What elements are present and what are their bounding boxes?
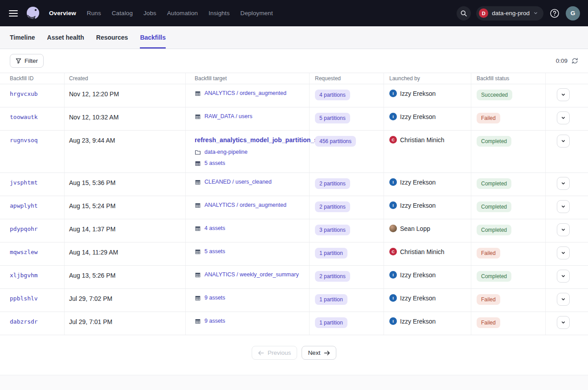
previous-page-button[interactable]: Previous bbox=[252, 346, 298, 360]
launched-by-name: Izzy Erekson bbox=[400, 271, 436, 279]
backfill-id-link[interactable]: pdypqohr bbox=[10, 226, 38, 232]
status-badge: Completed bbox=[477, 178, 511, 189]
refresh-icon[interactable] bbox=[572, 57, 578, 64]
backfill-id-link[interactable]: dabzrsdr bbox=[10, 318, 38, 325]
backfill-target-cell: ANALYTICS / orders_augmented bbox=[186, 196, 310, 219]
column-header-backfill-id: Backfill ID bbox=[0, 73, 65, 84]
partitions-badge: 1 partition bbox=[315, 317, 347, 328]
backfill-id-link[interactable]: apwplyht bbox=[10, 202, 38, 209]
backfill-id-link[interactable]: xljbgvhm bbox=[10, 272, 38, 279]
nav-item-catalog[interactable]: Catalog bbox=[112, 10, 133, 16]
backfill-target-cell: CLEANED / users_cleaned bbox=[186, 173, 310, 196]
target-sub-item: 5 assets bbox=[195, 160, 305, 167]
created-value: Aug 13, 5:26 PM bbox=[69, 272, 115, 279]
backfill-id-link[interactable]: ppblshlv bbox=[10, 295, 38, 302]
nav-item-automation[interactable]: Automation bbox=[167, 10, 198, 16]
launched-by-cell: IIzzy Erekson bbox=[384, 312, 471, 335]
asset-link[interactable]: 9 assets bbox=[204, 294, 225, 302]
requested-cell: 2 partitions bbox=[310, 196, 384, 219]
row-actions-cell bbox=[546, 219, 588, 242]
search-button[interactable] bbox=[457, 6, 471, 21]
created-cell: Nov 12, 12:20 PM bbox=[65, 84, 186, 107]
launched-by-cell: IIzzy Erekson bbox=[384, 107, 471, 130]
table-grid-icon bbox=[195, 179, 201, 185]
nav-item-insights[interactable]: Insights bbox=[208, 10, 229, 16]
backfill-id-link[interactable]: toowautk bbox=[10, 114, 38, 120]
backfill-id-link[interactable]: jvsphtmt bbox=[10, 179, 38, 186]
backfill-id-link[interactable]: mqwszlew bbox=[10, 249, 38, 255]
refresh-countdown: 0:09 bbox=[556, 57, 568, 64]
partitions-badge: 1 partition bbox=[315, 294, 347, 305]
asset-link[interactable]: 5 assets bbox=[204, 248, 225, 255]
table-row: pdypqohrAug 14, 1:37 PM4 assets3 partiti… bbox=[0, 219, 588, 242]
asset-target: 9 assets bbox=[195, 294, 305, 302]
nav-item-overview[interactable]: Overview bbox=[49, 10, 76, 16]
created-value: Jul 29, 7:01 PM bbox=[69, 318, 112, 325]
asset-link[interactable]: 4 assets bbox=[204, 225, 225, 232]
user-avatar: C bbox=[389, 136, 397, 144]
backfills-toolbar: Filter 0:09 bbox=[0, 49, 588, 73]
job-link[interactable]: refresh_analytics_model_job_partition_se… bbox=[195, 136, 323, 144]
help-button[interactable] bbox=[549, 8, 560, 19]
launched-by: IIzzy Erekson bbox=[389, 201, 466, 209]
table-grid-icon bbox=[195, 272, 201, 278]
deployment-switcher[interactable]: D data-eng-prod bbox=[476, 6, 543, 21]
dagster-logo-icon[interactable] bbox=[25, 5, 41, 21]
nav-item-deployment[interactable]: Deployment bbox=[241, 10, 273, 16]
backfill-id-link[interactable]: hrgvcxub bbox=[10, 90, 38, 97]
hamburger-menu-button[interactable] bbox=[8, 8, 19, 19]
target-sub-link[interactable]: data-eng-pipeline bbox=[204, 148, 248, 156]
row-actions-button[interactable] bbox=[557, 135, 570, 148]
target-sub-link[interactable]: 5 assets bbox=[204, 160, 225, 167]
column-header-actions bbox=[546, 73, 588, 84]
row-actions-cell bbox=[546, 312, 588, 335]
created-cell: Aug 14, 1:37 PM bbox=[65, 219, 186, 242]
created-cell: Jul 29, 7:02 PM bbox=[65, 289, 186, 312]
tab-backfills[interactable]: Backfills bbox=[140, 26, 166, 49]
row-actions-button[interactable] bbox=[557, 223, 570, 236]
row-actions-button[interactable] bbox=[557, 88, 570, 101]
asset-target: CLEANED / users_cleaned bbox=[195, 178, 305, 186]
backfill-target-cell: ANALYTICS / orders_augmented bbox=[186, 84, 310, 107]
row-actions-cell bbox=[546, 173, 588, 196]
user-avatar[interactable]: G bbox=[566, 6, 580, 21]
row-actions-button[interactable] bbox=[557, 293, 570, 306]
row-actions-button[interactable] bbox=[557, 111, 570, 124]
chevron-down-icon bbox=[561, 139, 566, 144]
asset-link[interactable]: ANALYTICS / orders_augmented bbox=[204, 90, 286, 97]
asset-link[interactable]: CLEANED / users_cleaned bbox=[204, 178, 272, 186]
row-actions-button[interactable] bbox=[557, 270, 570, 283]
table-row: apwplyhtAug 15, 5:24 PMANALYTICS / order… bbox=[0, 196, 588, 219]
nav-item-runs[interactable]: Runs bbox=[87, 10, 101, 16]
asset-link[interactable]: ANALYTICS / orders_augmented bbox=[204, 201, 286, 209]
row-actions-button[interactable] bbox=[557, 246, 570, 259]
row-actions-button[interactable] bbox=[557, 177, 570, 190]
asset-link[interactable]: 9 assets bbox=[204, 317, 225, 325]
backfill-id-link[interactable]: rugnvsoq bbox=[10, 137, 38, 144]
backfill-id-cell: apwplyht bbox=[0, 196, 65, 219]
tab-timeline[interactable]: Timeline bbox=[10, 26, 35, 49]
row-actions-button[interactable] bbox=[557, 316, 570, 329]
chevron-down-icon bbox=[561, 92, 566, 97]
launched-by: CChristian Minich bbox=[389, 248, 466, 255]
filter-button[interactable]: Filter bbox=[10, 54, 44, 68]
table-grid-icon bbox=[195, 249, 201, 255]
nav-item-jobs[interactable]: Jobs bbox=[143, 10, 156, 16]
backfill-status-cell: Failed bbox=[471, 107, 546, 130]
status-badge: Failed bbox=[477, 317, 500, 328]
user-avatar: I bbox=[389, 271, 397, 279]
backfill-id-cell: toowautk bbox=[0, 107, 65, 130]
asset-target: RAW_DATA / users bbox=[195, 113, 305, 120]
backfill-status-cell: Failed bbox=[471, 242, 546, 265]
backfill-status-cell: Failed bbox=[471, 289, 546, 312]
asset-link[interactable]: ANALYTICS / weekly_order_summary bbox=[204, 271, 299, 279]
tab-resources[interactable]: Resources bbox=[96, 26, 128, 49]
row-actions-button[interactable] bbox=[557, 200, 570, 213]
row-actions-cell bbox=[546, 289, 588, 312]
next-page-button[interactable]: Next bbox=[302, 346, 336, 360]
table-row: xljbgvhmAug 13, 5:26 PMANALYTICS / weekl… bbox=[0, 266, 588, 289]
partitions-badge: 4 partitions bbox=[315, 90, 350, 100]
launched-by-name: Christian Minich bbox=[400, 248, 445, 255]
tab-asset-health[interactable]: Asset health bbox=[47, 26, 84, 49]
asset-link[interactable]: RAW_DATA / users bbox=[204, 113, 252, 120]
